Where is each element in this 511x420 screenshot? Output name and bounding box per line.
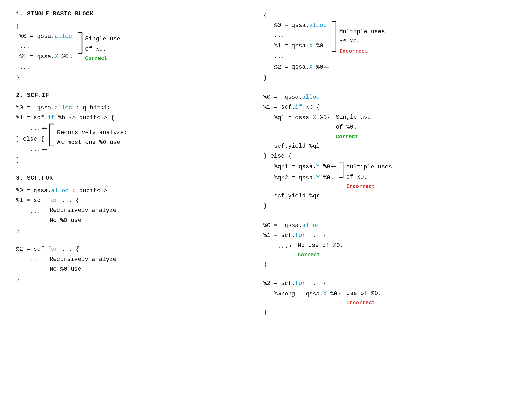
code-line: %0 = qssa.alloc : qubit<1> [16, 186, 248, 196]
code-line: ... [263, 52, 330, 61]
right-s2-else-note: Multiple uses of %0. Incorrect [346, 161, 392, 191]
right-s3-for2-lines: %wrong = qssa.X %0 ← [263, 289, 344, 300]
code-line: } else { [16, 134, 48, 144]
verdict-incorrect: Incorrect [346, 298, 381, 307]
arrow-icon: ← [42, 123, 47, 134]
right-s3-for1-note: No use of %0. Correct [298, 241, 343, 260]
code-line: %0 = qssa.alloc [263, 92, 495, 102]
keyword-alloc: alloc [309, 22, 327, 29]
note-line1: No use of %0. [298, 241, 343, 250]
verdict-correct: Correct [298, 250, 343, 260]
keyword-x: X [309, 43, 313, 49]
keyword-if: if [295, 104, 302, 110]
right-s1-note: Multiple uses of %0. Incorrect [339, 20, 385, 56]
code-line: %1 = qssa.X %0 [263, 41, 323, 51]
if-note-block: Recursively analyze: At most one %0 use [57, 123, 127, 148]
for2-code: ... ← [16, 254, 48, 266]
right-s3-for2-annotation: %wrong = qssa.X %0 ← Use of %0. Incorrec… [263, 289, 495, 307]
note-line1: Use of %0. [346, 289, 381, 298]
code-line: } else { [263, 151, 495, 161]
verdict-incorrect: Incorrect [339, 47, 385, 56]
main-page: 1. SINGLE BASIC BLOCK { %0 = qssa.alloc … [16, 11, 495, 327]
code-line: %1 = scf.if %b { [263, 102, 495, 112]
code-line: %2 = scf.for ... { [16, 244, 248, 254]
right-s3-for2-note: Use of %0. Incorrect [346, 289, 381, 307]
for1-arrow-line: ... ← [16, 205, 48, 217]
section-scf-if: 2. SCF.IF %0 = qssa.alloc : qubit<1> %1 … [16, 92, 248, 165]
for1-code: ... ← [16, 205, 48, 217]
code-line: %0 = qssa.alloc [263, 221, 495, 230]
arrow-icon: ← [42, 254, 47, 266]
right-s2-else-lines: %qr1 = qssa.Y %0 ← %qr2 = qssa.Y %0 ← [263, 161, 337, 183]
code-line-with-arrow: ... ← [16, 123, 48, 134]
note-block: Single use of %0. Correct [85, 31, 120, 63]
code-line: } [263, 307, 495, 317]
if-code-lines: ... ← } else { ... ← [16, 123, 48, 155]
right-s2-if-arrow: %ql = qssa.X %0 ← [263, 112, 334, 123]
note-line2: At most one %0 use [57, 138, 127, 147]
note-line2: No %0 use [50, 264, 120, 274]
arrow-icon: ← [324, 40, 329, 52]
section3-title: 3. SCF.FOR [16, 175, 248, 182]
section3-code: %0 = qssa.alloc : qubit<1> %1 = scf.for … [16, 186, 248, 236]
code-line-arrow: %1 = qssa.X %0 ← [16, 51, 76, 63]
right-s3-for2-arrow: %wrong = qssa.X %0 ← [263, 289, 344, 300]
keyword-alloc: alloc [302, 94, 320, 101]
right-section2: %0 = qssa.alloc %1 = scf.if %b { %ql = q… [263, 92, 495, 211]
note-line2: of %0. [85, 44, 120, 54]
code-line: %1 = scf.if %b -> qubit<1> { [16, 113, 248, 123]
code-line: %1 = qssa.X %0 [16, 52, 69, 62]
arrow-icon2: ← [324, 62, 329, 73]
right-s3-for1-lines: ... ← [263, 241, 295, 252]
note-line2: of %0. [339, 37, 385, 47]
code-line: scf.yield %qr [263, 191, 495, 201]
right-s2-if-note: Single use of %0. Correct [336, 112, 371, 141]
for1-annotation: ... ← Recursively analyze: No %0 use [16, 205, 248, 225]
code-line: ... [16, 206, 40, 216]
right-s1-code: { %0 = qssa.alloc ... %1 = qssa.X %0 ← .… [263, 11, 495, 83]
code-line: ... [263, 31, 330, 40]
for2-arrow-line: ... ← [16, 254, 48, 266]
code-line: { [263, 11, 495, 20]
keyword-y1: Y [316, 163, 320, 170]
right-s2-else-arrow1: %qr1 = qssa.Y %0 ← [263, 161, 337, 172]
code-line: } [16, 225, 248, 235]
keyword-for2: for [295, 280, 306, 287]
note-line2: of %0. [336, 122, 371, 132]
section2-code: %0 = qssa.alloc : qubit<1> %1 = scf.if %… [16, 103, 248, 165]
bracket-svg [338, 161, 344, 179]
if-annotation-group: ... ← } else { ... ← [16, 123, 248, 155]
keyword-x: X [323, 291, 327, 297]
if-bracket-note: Recursively analyze: At most one %0 use [49, 123, 127, 148]
for2-note: Recursively analyze: No %0 use [50, 254, 120, 274]
arrow-icon2: ← [42, 144, 47, 155]
section1-code: { %0 = qssa.alloc ... %1 = qssa.X %0 ← .… [16, 22, 248, 83]
for1-note: Recursively analyze: No %0 use [50, 205, 120, 225]
note-line1: Recursively analyze: [50, 205, 120, 215]
note-line1: Single use [85, 34, 120, 44]
arrow-icon: ← [42, 205, 47, 217]
keyword-alloc: alloc [51, 187, 69, 194]
keyword-alloc: alloc [55, 105, 72, 111]
arrow-icon: ← [331, 161, 336, 172]
code-line: scf.yield %ql [263, 141, 495, 151]
note-line1: Recursively analyze: [50, 254, 120, 264]
code-line-else-arrow: ... ← [16, 144, 48, 155]
right-s3-for1-annotation: ... ← No use of %0. Correct [263, 241, 495, 260]
note-line1: Multiple uses [346, 162, 392, 172]
keyword-for: for [295, 232, 306, 239]
right-s2-else-bracket-note: Multiple uses of %0. Incorrect [338, 161, 392, 191]
keyword-x: X [55, 53, 58, 60]
section-single-basic-block: 1. SINGLE BASIC BLOCK { %0 = qssa.alloc … [16, 11, 248, 83]
code-line: ... [16, 63, 76, 72]
code-line: } [263, 73, 495, 83]
right-s3-code2: %2 = scf.for ... { %wrong = qssa.X %0 ← … [263, 278, 495, 317]
arrow-icon2: ← [331, 172, 336, 183]
right-s2-code: %0 = qssa.alloc %1 = scf.if %b { %ql = q… [263, 92, 495, 211]
for2-annotation: ... ← Recursively analyze: No %0 use [16, 254, 248, 274]
code-line: %0 = qssa.alloc [263, 20, 330, 30]
right-s3-code1: %0 = qssa.alloc %1 = scf.for ... { ... ←… [263, 221, 495, 270]
code-line: { [16, 22, 248, 31]
code-line: %0 = qssa.alloc [16, 31, 76, 41]
right-s3-for1-arrow: ... ← [263, 241, 295, 252]
